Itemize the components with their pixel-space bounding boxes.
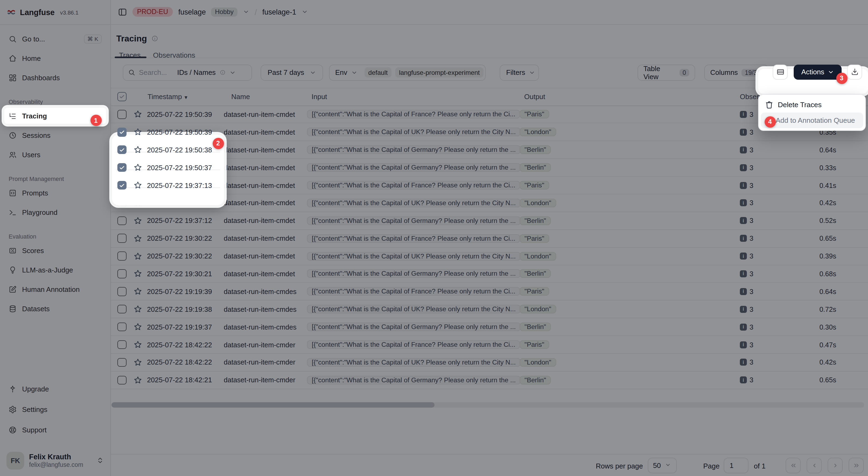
- chevron-down-icon: [828, 69, 834, 75]
- star-icon[interactable]: [133, 128, 142, 136]
- row-timestamp: 2025-07-22 19:37:13: [147, 181, 212, 189]
- tour-step-badge-4: 4: [764, 116, 776, 127]
- tour-step-badge-3: 3: [836, 72, 847, 84]
- star-icon[interactable]: [133, 146, 142, 154]
- sidebar-item-label: Tracing: [22, 112, 47, 120]
- download-icon: [850, 68, 859, 76]
- row-checkbox[interactable]: [117, 146, 126, 154]
- tour-step-badge-2: 2: [212, 137, 224, 149]
- row-height-button[interactable]: [773, 64, 788, 80]
- export-button[interactable]: [847, 64, 862, 80]
- menu-item-delete-traces[interactable]: Delete Traces: [761, 97, 863, 113]
- menu-item-add-to-annotation-queue[interactable]: Add to Annotation Queue: [761, 113, 863, 128]
- row-timestamp: 2025-07-22 19:50:37: [147, 163, 212, 171]
- star-icon[interactable]: [133, 181, 142, 190]
- rows-icon: [776, 68, 784, 76]
- star-icon[interactable]: [133, 163, 142, 172]
- dim-overlay: [0, 0, 868, 476]
- tracing-icon: [9, 112, 17, 120]
- row-checkbox[interactable]: [117, 128, 126, 136]
- actions-label: Actions: [801, 68, 824, 76]
- menu-item-label: Add to Annotation Queue: [776, 116, 855, 124]
- row-checkbox[interactable]: [117, 181, 126, 190]
- row-timestamp: 2025-07-22 19:50:38: [147, 146, 212, 154]
- trash-icon: [765, 101, 773, 109]
- actions-button[interactable]: Actions: [794, 64, 842, 80]
- row-checkbox[interactable]: [117, 163, 126, 172]
- row-timestamp: 2025-07-22 19:50:39: [147, 128, 212, 136]
- tour-step-badge-1: 1: [90, 115, 101, 126]
- menu-item-label: Delete Traces: [778, 101, 822, 109]
- app-window: Langfuse v3.86.1 Go to... ⌘ K Home Dashb…: [0, 0, 868, 476]
